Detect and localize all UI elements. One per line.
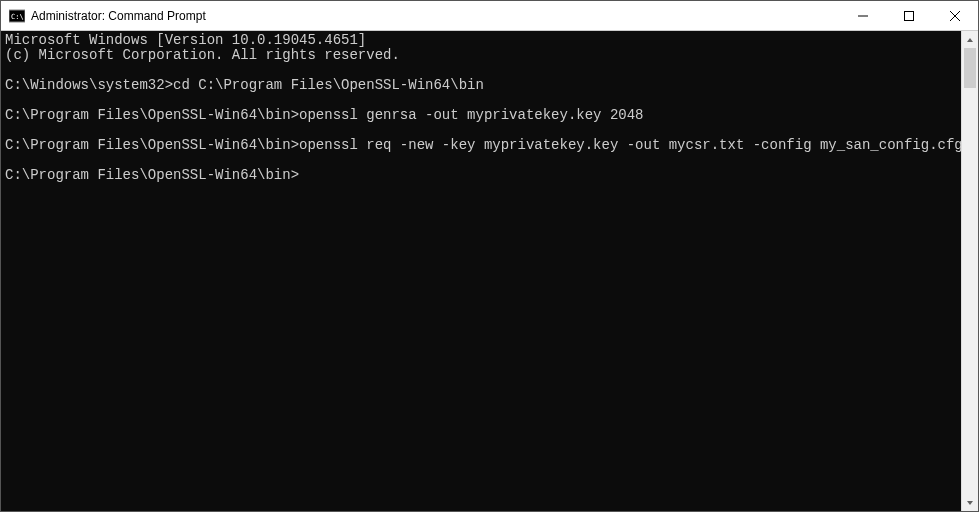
client-area: Microsoft Windows [Version 10.0.19045.46…: [1, 31, 978, 511]
terminal-line: C:\Program Files\OpenSSL-Win64\bin>opens…: [5, 108, 961, 123]
svg-marker-7: [967, 501, 973, 505]
maximize-button[interactable]: [886, 1, 932, 31]
vertical-scrollbar[interactable]: [961, 31, 978, 511]
titlebar[interactable]: C:\ Administrator: Command Prompt: [1, 1, 978, 31]
terminal-line: [5, 93, 961, 108]
terminal-line: [5, 63, 961, 78]
scroll-up-button[interactable]: [962, 31, 978, 48]
terminal-line: [5, 123, 961, 138]
terminal-line: [5, 153, 961, 168]
cmd-icon: C:\: [9, 8, 25, 24]
scroll-thumb[interactable]: [964, 48, 976, 88]
terminal-line: (c) Microsoft Corporation. All rights re…: [5, 48, 961, 63]
minimize-button[interactable]: [840, 1, 886, 31]
svg-rect-3: [905, 11, 914, 20]
terminal-line: C:\Program Files\OpenSSL-Win64\bin>opens…: [5, 138, 961, 153]
scroll-down-button[interactable]: [962, 494, 978, 511]
terminal-line: C:\Program Files\OpenSSL-Win64\bin>: [5, 168, 961, 183]
terminal-line: C:\Windows\system32>cd C:\Program Files\…: [5, 78, 961, 93]
svg-text:C:\: C:\: [11, 13, 24, 21]
terminal-output[interactable]: Microsoft Windows [Version 10.0.19045.46…: [1, 31, 961, 511]
svg-marker-6: [967, 38, 973, 42]
window-frame: C:\ Administrator: Command Prompt Micros…: [0, 0, 979, 512]
close-button[interactable]: [932, 1, 978, 31]
window-title: Administrator: Command Prompt: [31, 9, 206, 23]
scroll-track[interactable]: [962, 48, 978, 494]
terminal-line: Microsoft Windows [Version 10.0.19045.46…: [5, 33, 961, 48]
